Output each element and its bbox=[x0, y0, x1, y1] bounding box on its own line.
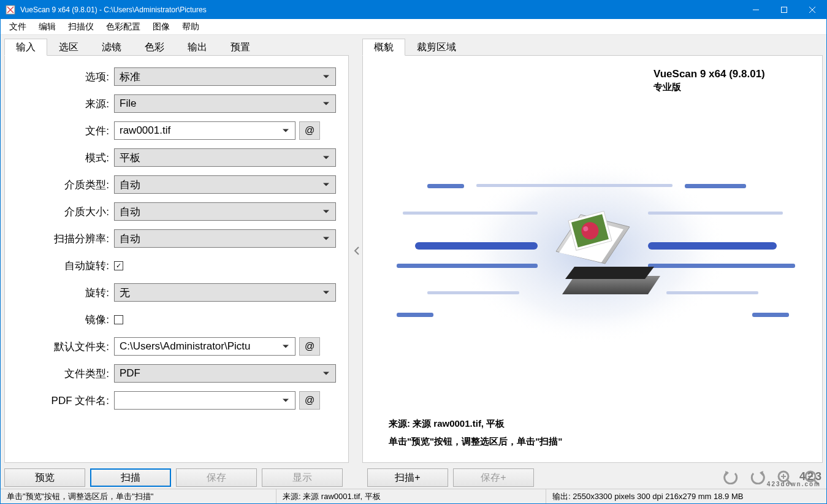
resolution-label: 扫描分辨率: bbox=[11, 232, 114, 246]
svg-rect-10 bbox=[648, 212, 783, 215]
svg-rect-18 bbox=[752, 313, 789, 317]
resolution-combo[interactable]: 自动 bbox=[114, 229, 336, 248]
file-label: 文件: bbox=[11, 124, 114, 138]
svg-rect-7 bbox=[476, 184, 673, 187]
left-tabs: 输入 选区 滤镜 色彩 输出 预置 bbox=[4, 39, 349, 56]
svg-rect-8 bbox=[685, 184, 746, 188]
svg-rect-14 bbox=[648, 264, 795, 268]
status-source: 来源: 来源 raw0001.tif, 平板 bbox=[276, 489, 546, 503]
preview-button[interactable]: 预览 bbox=[4, 468, 85, 487]
preview-info-hint: 单击"预览"按钮，调整选区后，单击"扫描" bbox=[389, 433, 807, 451]
file-browse-button[interactable]: @ bbox=[299, 121, 320, 140]
chevron-left-icon bbox=[354, 246, 360, 255]
undo-button[interactable] bbox=[720, 468, 742, 487]
options-combo[interactable]: 标准 bbox=[114, 67, 336, 86]
mode-combo[interactable]: 平板 bbox=[114, 148, 336, 167]
preview-info: 来源: 来源 raw0001.tif, 平板 单击"预览"按钮，调整选区后，单击… bbox=[389, 415, 807, 450]
pdf-name-label: PDF 文件名: bbox=[11, 394, 114, 408]
right-tab-body: VueScan 9 x64 (9.8.01) 专业版 bbox=[362, 55, 823, 463]
tab-selection[interactable]: 选区 bbox=[47, 39, 90, 56]
close-button[interactable] bbox=[798, 1, 826, 19]
source-label: 来源: bbox=[11, 97, 114, 111]
menu-edit[interactable]: 编辑 bbox=[32, 20, 62, 34]
app-window: VueScan 9 x64 (9.8.01) - C:\Users\Admini… bbox=[0, 0, 827, 504]
redo-icon bbox=[750, 471, 766, 484]
tab-filter[interactable]: 滤镜 bbox=[90, 39, 133, 56]
svg-rect-6 bbox=[427, 184, 464, 188]
preview-info-source: 来源: 来源 raw0001.tif, 平板 bbox=[389, 415, 807, 433]
mode-label: 模式: bbox=[11, 151, 114, 165]
statusbar: 单击"预览"按钮，调整选区后，单击"扫描" 来源: 来源 raw0001.tif… bbox=[1, 489, 826, 503]
source-combo[interactable]: File bbox=[114, 94, 336, 113]
tab-overview[interactable]: 概貌 bbox=[362, 39, 405, 56]
svg-line-24 bbox=[787, 480, 791, 484]
file-type-combo[interactable]: PDF bbox=[114, 364, 336, 383]
scan-button[interactable]: 扫描 bbox=[90, 468, 171, 487]
media-type-label: 介质类型: bbox=[11, 178, 114, 192]
auto-rotate-checkbox[interactable]: ✓ bbox=[114, 261, 123, 270]
svg-rect-15 bbox=[427, 291, 519, 294]
menu-scanner[interactable]: 扫描仪 bbox=[62, 20, 100, 34]
svg-rect-12 bbox=[648, 242, 777, 250]
svg-rect-16 bbox=[666, 291, 758, 294]
tab-crop[interactable]: 裁剪区域 bbox=[405, 39, 468, 56]
status-hint: 单击"预览"按钮，调整选区后，单击"扫描" bbox=[1, 489, 276, 503]
svg-rect-2 bbox=[782, 7, 787, 13]
rotate-label: 旋转: bbox=[11, 286, 114, 300]
show-button[interactable]: 显示 bbox=[262, 468, 343, 487]
tab-preset[interactable]: 预置 bbox=[219, 39, 262, 56]
redo-button[interactable] bbox=[747, 468, 769, 487]
app-icon bbox=[6, 5, 15, 15]
menu-file[interactable]: 文件 bbox=[3, 20, 32, 34]
scan-plus-button[interactable]: 扫描+ bbox=[367, 468, 448, 487]
titlebar: VueScan 9 x64 (9.8.01) - C:\Users\Admini… bbox=[1, 1, 826, 19]
rotate-combo[interactable]: 无 bbox=[114, 283, 336, 302]
options-label: 选项: bbox=[11, 70, 114, 84]
menu-color-config[interactable]: 色彩配置 bbox=[100, 20, 147, 34]
preview-graphic bbox=[378, 102, 807, 400]
preview-subtitle: 专业版 bbox=[654, 82, 807, 93]
status-output: 输出: 2550x3300 pixels 300 dpi 216x279 mm … bbox=[546, 489, 826, 503]
svg-line-28 bbox=[814, 480, 818, 484]
undo-icon bbox=[723, 471, 739, 484]
menubar: 文件 编辑 扫描仪 色彩配置 图像 帮助 bbox=[1, 19, 826, 35]
zoom-in-icon bbox=[777, 470, 793, 486]
pdf-name-browse-button[interactable]: @ bbox=[299, 391, 320, 410]
mirror-label: 镜像: bbox=[11, 313, 114, 327]
mirror-checkbox[interactable] bbox=[114, 315, 123, 324]
tab-input[interactable]: 输入 bbox=[4, 39, 47, 56]
auto-rotate-label: 自动旋转: bbox=[11, 259, 114, 273]
preview-title: VueScan 9 x64 (9.8.01) bbox=[654, 68, 807, 80]
default-folder-label: 默认文件夹: bbox=[11, 340, 114, 354]
svg-rect-13 bbox=[397, 264, 538, 268]
collapse-left-button[interactable] bbox=[351, 39, 362, 463]
media-size-combo[interactable]: 自动 bbox=[114, 202, 336, 221]
file-combo[interactable]: raw0001.tif bbox=[114, 121, 295, 140]
titlebar-title: VueScan 9 x64 (9.8.01) - C:\Users\Admini… bbox=[20, 6, 742, 14]
left-panel: 输入 选区 滤镜 色彩 输出 预置 选项: 标准 来源: File 文件: ra… bbox=[4, 39, 349, 463]
menu-help[interactable]: 帮助 bbox=[176, 20, 205, 34]
pdf-name-combo[interactable] bbox=[114, 391, 295, 410]
right-tabs: 概貌 裁剪区域 bbox=[362, 39, 823, 56]
preview-area: VueScan 9 x64 (9.8.01) 专业版 bbox=[363, 56, 822, 462]
default-folder-combo[interactable]: C:\Users\Administrator\Pictu bbox=[114, 337, 295, 356]
left-tab-body: 选项: 标准 来源: File 文件: raw0001.tif @ 模式: 平板… bbox=[4, 55, 349, 463]
right-panel: 概貌 裁剪区域 VueScan 9 x64 (9.8.01) 专业版 bbox=[362, 39, 823, 463]
tab-output[interactable]: 输出 bbox=[176, 39, 219, 56]
save-button[interactable]: 保存 bbox=[176, 468, 257, 487]
save-plus-button[interactable]: 保存+ bbox=[453, 468, 534, 487]
svg-rect-11 bbox=[415, 242, 538, 250]
minimize-button[interactable] bbox=[742, 1, 770, 19]
media-size-label: 介质大小: bbox=[11, 205, 114, 219]
zoom-in-button[interactable] bbox=[774, 468, 796, 487]
bottom-toolbar: 预览 扫描 保存 显示 扫描+ 保存+ bbox=[1, 467, 826, 489]
media-type-combo[interactable]: 自动 bbox=[114, 175, 336, 194]
maximize-button[interactable] bbox=[770, 1, 798, 19]
zoom-out-button[interactable] bbox=[801, 468, 823, 487]
tab-color[interactable]: 色彩 bbox=[133, 39, 176, 56]
default-folder-browse-button[interactable]: @ bbox=[299, 337, 320, 356]
content-area: 输入 选区 滤镜 色彩 输出 预置 选项: 标准 来源: File 文件: ra… bbox=[1, 35, 826, 467]
input-form: 选项: 标准 来源: File 文件: raw0001.tif @ 模式: 平板… bbox=[5, 56, 348, 429]
menu-image[interactable]: 图像 bbox=[147, 20, 176, 34]
file-type-label: 文件类型: bbox=[11, 367, 114, 381]
